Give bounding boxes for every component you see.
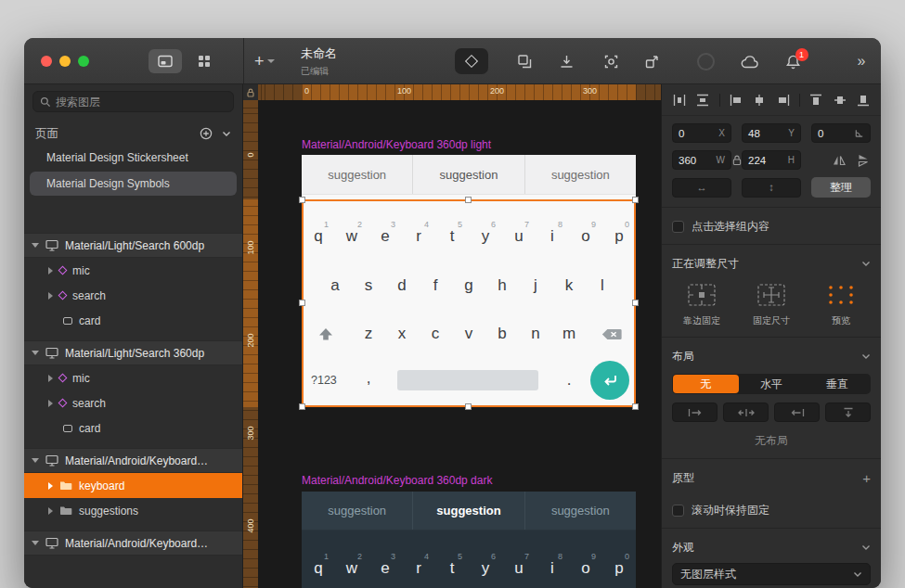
- suggestion-chip[interactable]: suggestion: [412, 492, 524, 530]
- align-center-horizontal-icon[interactable]: [752, 93, 767, 108]
- layer-row-group-selected[interactable]: keyboard: [24, 473, 242, 498]
- scale-button[interactable]: [639, 47, 665, 75]
- fixed-on-scroll-checkbox[interactable]: [672, 505, 684, 517]
- resizing-option-fixed-size[interactable]: 固定尺寸: [742, 281, 801, 327]
- layout-mode-vertical[interactable]: 垂直: [804, 375, 870, 393]
- page-item[interactable]: Material Design Stickersheet: [24, 146, 242, 170]
- lock-aspect-icon[interactable]: [732, 154, 742, 166]
- close-button[interactable]: [41, 56, 52, 67]
- align-right-icon[interactable]: [776, 93, 791, 108]
- suggestion-chip[interactable]: suggestion: [412, 155, 524, 194]
- suggestion-chip[interactable]: suggestion: [302, 492, 412, 530]
- collaboration-button[interactable]: [694, 47, 717, 75]
- artboard-keyboard-dark[interactable]: suggestionsuggestionsuggestion 1q2w3e4r5…: [302, 492, 636, 588]
- select-group-content-checkbox[interactable]: [672, 221, 684, 233]
- layout-direction-rtl[interactable]: [774, 403, 820, 422]
- canvas-content[interactable]: Material/Android/Keyboard 360dp light su…: [258, 100, 661, 588]
- toolbar-overflow-button[interactable]: »: [850, 47, 873, 75]
- layer-row-artboard[interactable]: Material/Android/Keyboard…: [24, 448, 242, 473]
- layer-row-shape[interactable]: card: [24, 415, 242, 441]
- layer-row-group[interactable]: suggestions: [24, 498, 242, 523]
- key[interactable]: 4r: [402, 543, 435, 581]
- key[interactable]: 7u: [502, 543, 536, 581]
- chevron-down-icon[interactable]: [861, 353, 871, 360]
- selection-handle[interactable]: [299, 197, 305, 203]
- width-field[interactable]: 360W: [672, 150, 731, 170]
- canvas[interactable]: 0 100 200 300 0 100 200 300 400 Material…: [243, 84, 661, 588]
- vertical-ruler[interactable]: 0 100 200 300 400: [243, 100, 258, 588]
- suggestion-chip[interactable]: suggestion: [524, 492, 636, 530]
- suggestion-chip[interactable]: suggestion: [524, 155, 636, 194]
- distribute-horizontally-icon[interactable]: [672, 93, 687, 108]
- cloud-button[interactable]: [737, 47, 763, 75]
- union-button[interactable]: [511, 47, 537, 75]
- y-field[interactable]: 48Y: [742, 123, 801, 143]
- layout-direction-center-h[interactable]: [723, 403, 769, 422]
- vertical-spacing-field[interactable]: ↕: [742, 178, 801, 198]
- layer-row-symbol[interactable]: search: [24, 390, 242, 415]
- selection-handle[interactable]: [632, 403, 639, 410]
- align-left-icon[interactable]: [729, 93, 743, 108]
- height-field[interactable]: 224H: [742, 150, 801, 170]
- chevron-down-icon[interactable]: [861, 261, 871, 267]
- add-prototype-button[interactable]: +: [862, 470, 871, 486]
- layer-row-symbol[interactable]: mic: [24, 258, 242, 283]
- view-toggle-grid[interactable]: [187, 49, 221, 73]
- align-bottom-icon[interactable]: [856, 93, 871, 108]
- resizing-option-pin-edges[interactable]: 靠边固定: [672, 281, 731, 327]
- disclosure-closed-icon[interactable]: [48, 400, 53, 407]
- search-input[interactable]: [56, 96, 226, 109]
- align-top-icon[interactable]: [808, 93, 823, 108]
- chevron-down-icon[interactable]: [861, 544, 871, 551]
- flip-horizontal-icon[interactable]: [832, 154, 847, 167]
- selection-handle[interactable]: [465, 403, 472, 410]
- create-symbol-button[interactable]: [455, 48, 488, 74]
- page-item-selected[interactable]: Material Design Symbols: [30, 172, 237, 196]
- zoom-button[interactable]: [78, 56, 89, 67]
- disclosure-closed-icon[interactable]: [48, 375, 53, 382]
- selection-handle[interactable]: [299, 403, 305, 410]
- selection-handle[interactable]: [465, 197, 472, 203]
- disclosure-closed-icon[interactable]: [48, 292, 53, 300]
- key[interactable]: 5t: [435, 543, 469, 581]
- key[interactable]: 0p: [602, 543, 636, 581]
- pages-chevron-down-icon[interactable]: [222, 131, 231, 137]
- key[interactable]: 3e: [368, 543, 402, 581]
- flip-vertical-icon[interactable]: [857, 153, 870, 168]
- disclosure-closed-icon[interactable]: [48, 482, 53, 490]
- layer-style-dropdown[interactable]: 无图层样式: [672, 563, 871, 585]
- selection-handle[interactable]: [632, 300, 639, 306]
- horizontal-ruler[interactable]: 0 100 200 300: [258, 84, 661, 100]
- layer-row-artboard[interactable]: Material/Light/Search 360dp: [24, 340, 242, 365]
- horizontal-spacing-field[interactable]: ↔: [672, 178, 731, 198]
- distribute-vertically-icon[interactable]: [695, 93, 710, 108]
- disclosure-open-icon[interactable]: [32, 243, 39, 248]
- add-page-button[interactable]: [200, 127, 213, 140]
- layout-mode-horizontal[interactable]: 水平: [739, 375, 805, 393]
- layout-direction-ttb[interactable]: [825, 403, 871, 422]
- view-toggle-canvas[interactable]: [149, 49, 182, 73]
- selection-handle[interactable]: [299, 300, 305, 306]
- disclosure-open-icon[interactable]: [32, 351, 39, 355]
- suggestion-chip[interactable]: suggestion: [302, 155, 412, 194]
- disclosure-open-icon[interactable]: [32, 458, 39, 463]
- flatten-button[interactable]: [553, 47, 579, 75]
- layer-row-artboard[interactable]: Material/Light/Search 600dp: [24, 233, 242, 258]
- artboard-title-dark[interactable]: Material/Android/Keyboard 360dp dark: [302, 474, 492, 487]
- layer-search[interactable]: [32, 91, 234, 112]
- key[interactable]: 6y: [469, 543, 502, 581]
- layout-direction-ltr[interactable]: [672, 403, 718, 422]
- layer-row-symbol[interactable]: search: [24, 283, 242, 308]
- disclosure-closed-icon[interactable]: [48, 267, 53, 275]
- layer-row-symbol[interactable]: mic: [24, 365, 242, 390]
- disclosure-open-icon[interactable]: [32, 541, 39, 545]
- notifications-button[interactable]: 1: [780, 47, 806, 75]
- rotation-field[interactable]: 0: [811, 123, 871, 143]
- selection-bounding-box[interactable]: [302, 199, 636, 407]
- layout-mode-none[interactable]: 无: [673, 375, 739, 393]
- disclosure-closed-icon[interactable]: [48, 507, 53, 515]
- resizing-option-preview[interactable]: 预览: [811, 281, 871, 327]
- x-field[interactable]: 0X: [672, 123, 731, 143]
- minimize-button[interactable]: [59, 56, 71, 67]
- key[interactable]: 9o: [569, 543, 602, 581]
